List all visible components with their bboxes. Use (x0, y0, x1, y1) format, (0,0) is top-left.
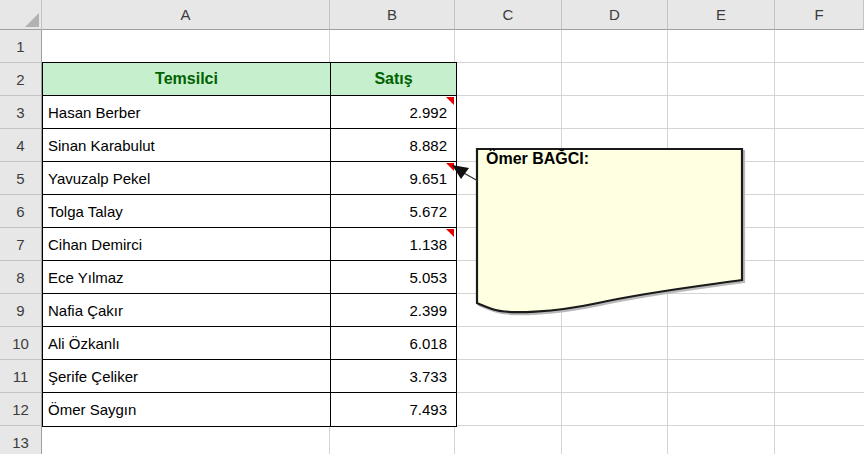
cell-b8[interactable]: 5.053 (331, 261, 456, 294)
row-header-12[interactable]: 12 (0, 393, 42, 426)
cell-a10[interactable]: Ali Özkanlı (43, 327, 331, 360)
sales-table: Temsilci Satış Hasan Berber 2.992 Sinan … (42, 62, 457, 427)
row-header-11[interactable]: 11 (0, 360, 42, 393)
cell-b12[interactable]: 7.493 (331, 393, 456, 426)
row-header-1[interactable]: 1 (0, 30, 42, 63)
cell-a3[interactable]: Hasan Berber (43, 96, 331, 129)
cell-a4[interactable]: Sinan Karabulut (43, 129, 331, 162)
cell-a11[interactable]: Şerife Çeliker (43, 360, 331, 393)
cell-b10[interactable]: 6.018 (331, 327, 456, 360)
cell-b9[interactable]: 2.399 (331, 294, 456, 327)
row-header-10[interactable]: 10 (0, 327, 42, 360)
cell-a8[interactable]: Ece Yılmaz (43, 261, 331, 294)
column-header-c[interactable]: C (455, 0, 562, 30)
row-header-8[interactable]: 8 (0, 261, 42, 294)
column-header-d[interactable]: D (562, 0, 668, 30)
cell-b7[interactable]: 1.138 (331, 228, 456, 261)
cell-a12[interactable]: Ömer Saygın (43, 393, 331, 426)
row-header-4[interactable]: 4 (0, 129, 42, 162)
column-header-a[interactable]: A (42, 0, 330, 30)
row-header-5[interactable]: 5 (0, 162, 42, 195)
cell-b6[interactable]: 5.672 (331, 195, 456, 228)
cell-a6[interactable]: Tolga Talay (43, 195, 331, 228)
column-header-f[interactable]: F (775, 0, 864, 30)
row-header-6[interactable]: 6 (0, 195, 42, 228)
row-header-13[interactable]: 13 (0, 426, 42, 454)
column-header-e[interactable]: E (668, 0, 775, 30)
row-header-7[interactable]: 7 (0, 228, 42, 261)
select-all-corner[interactable] (0, 0, 42, 30)
cell-b5[interactable]: 9.651 (331, 162, 456, 195)
cell-a7[interactable]: Cihan Demirci (43, 228, 331, 261)
cell-b2-satis-header[interactable]: Satış (331, 63, 456, 96)
cell-a9[interactable]: Nafia Çakır (43, 294, 331, 327)
select-all-icon (25, 13, 39, 27)
cell-b11[interactable]: 3.733 (331, 360, 456, 393)
cell-a5[interactable]: Yavuzalp Pekel (43, 162, 331, 195)
column-header-b[interactable]: B (330, 0, 455, 30)
cell-a2-temsilci-header[interactable]: Temsilci (43, 63, 331, 96)
cell-b3[interactable]: 2.992 (331, 96, 456, 129)
row-header-3[interactable]: 3 (0, 96, 42, 129)
comment-author[interactable]: Ömer BAĞCI: (486, 150, 736, 168)
cell-b4[interactable]: 8.882 (331, 129, 456, 162)
row-header-9[interactable]: 9 (0, 294, 42, 327)
row-header-2[interactable]: 2 (0, 63, 42, 96)
spreadsheet: A B C D E F 1 2 3 4 5 6 7 8 9 10 11 12 1… (0, 0, 864, 454)
